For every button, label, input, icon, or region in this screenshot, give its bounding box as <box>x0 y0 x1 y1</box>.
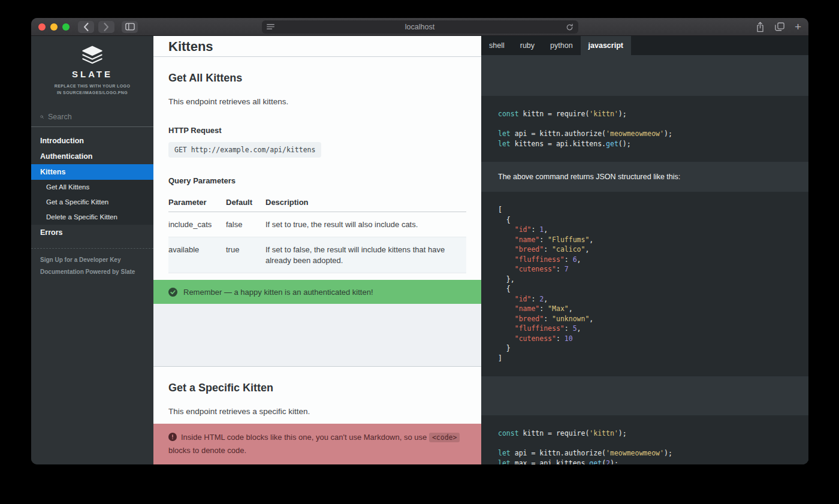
language-tabs: shell ruby python javascript <box>481 36 808 55</box>
page-title: Kittens <box>168 39 466 55</box>
cell-description: If set to true, the result will also inc… <box>265 212 466 237</box>
table-row-available: available true If set to false, the resu… <box>168 237 466 273</box>
query-parameters-table: Parameter Default Description include_ca… <box>168 193 466 274</box>
code-line: { <box>498 284 792 294</box>
close-button[interactable] <box>38 23 46 31</box>
desktop-background: localhost + <box>0 0 839 504</box>
back-button[interactable] <box>78 21 94 33</box>
warning-text-post: blocks to denote code. <box>168 446 246 455</box>
address-bar[interactable]: localhost <box>262 20 578 34</box>
code-line: let kittens = api.kittens.get(); <box>498 139 792 149</box>
chevron-left-icon <box>83 23 89 31</box>
search-input[interactable] <box>48 113 144 121</box>
refresh-icon[interactable] <box>566 23 574 31</box>
code-line: }, <box>498 274 792 285</box>
cell-default: true <box>226 237 265 273</box>
section-get-a-specific-kitten: Get a Specific Kitten This endpoint retr… <box>153 367 481 424</box>
heading-get-a-specific-kitten: Get a Specific Kitten <box>168 382 466 394</box>
forward-button[interactable] <box>98 21 114 33</box>
warning-callout: Inside HTML code blocks like this one, y… <box>153 424 481 464</box>
heading-get-all-kittens: Get All Kittens <box>168 72 466 84</box>
examples-spacer <box>481 55 808 96</box>
powered-by-slate-link[interactable]: Documentation Powered by Slate <box>40 268 144 275</box>
logo-title: SLATE <box>31 69 153 79</box>
code-line <box>498 119 792 129</box>
code-examples-panel: shell ruby python javascript const kittn… <box>481 36 808 464</box>
sidebar-subitem-get-all-kittens[interactable]: Get All Kittens <box>31 180 153 195</box>
check-circle-icon <box>168 288 177 297</box>
code-line: "fluffiness": 6, <box>498 255 792 265</box>
sidebar-item-authentication[interactable]: Authentication <box>31 149 153 164</box>
browser-window: localhost + <box>31 18 808 464</box>
sidebar-item-kittens[interactable]: Kittens <box>31 164 153 180</box>
tabs-overview-button[interactable] <box>775 22 784 31</box>
cell-parameter: available <box>168 237 226 273</box>
sidebar-footer: Sign Up for a Developer Key Documentatio… <box>31 249 153 288</box>
logo-caption-line2: IN SOURCE/IMAGES/LOGO.PNG <box>31 90 153 96</box>
code-line: "name": "Fluffums", <box>498 235 792 245</box>
code-line: "name": "Max", <box>498 304 792 314</box>
table-of-contents: Introduction Authentication Kittens Get … <box>31 133 153 240</box>
code-line: ] <box>498 354 792 364</box>
code-line: "breed": "unknown", <box>498 314 792 324</box>
tab-javascript[interactable]: javascript <box>581 36 631 55</box>
sidebar-subitems-kittens: Get All Kittens Get a Specific Kitten De… <box>31 180 153 225</box>
sidebar-icon <box>125 23 135 31</box>
table-row-include-cats: include_cats false If set to true, the r… <box>168 212 466 237</box>
endpoint-code: GET http://example.com/api/kittens <box>168 142 321 158</box>
new-tab-button[interactable]: + <box>795 21 801 32</box>
section-get-all-kittens: Get All Kittens This endpoint retrieves … <box>153 57 481 280</box>
chevron-right-icon <box>104 23 109 31</box>
sidebar-item-introduction[interactable]: Introduction <box>31 133 153 149</box>
section-gap <box>153 304 481 366</box>
warning-inline-code: <code> <box>429 433 460 442</box>
minimize-button[interactable] <box>50 23 58 31</box>
code-sample-get-specific-kitten: const kittn = require('kittn'); let api … <box>481 415 808 464</box>
slate-logo: SLATE REPLACE THIS WITH YOUR LOGO IN SOU… <box>31 36 153 96</box>
get-all-description: This endpoint retrieves all kittens. <box>168 97 466 106</box>
sidebar-item-errors[interactable]: Errors <box>31 225 153 240</box>
cell-parameter: include_cats <box>168 212 226 237</box>
zoom-button[interactable] <box>62 23 70 31</box>
logo-caption-line1: REPLACE THIS WITH YOUR LOGO <box>31 83 153 90</box>
code-line <box>498 439 792 449</box>
examples-spacer <box>481 376 808 415</box>
share-button[interactable] <box>756 22 765 32</box>
slate-docs-app: SLATE REPLACE THIS WITH YOUR LOGO IN SOU… <box>31 36 808 464</box>
window-controls <box>38 23 70 31</box>
get-specific-description: This endpoint retrieves a specific kitte… <box>168 407 466 416</box>
code-line: let api = kittn.authorize('meowmeowmeow'… <box>498 448 792 458</box>
slate-layers-icon <box>81 46 104 65</box>
tab-python[interactable]: python <box>542 36 581 55</box>
url-text: localhost <box>274 23 566 31</box>
code-line: "cuteness": 10 <box>498 334 792 344</box>
code-line: } <box>498 343 792 354</box>
sidebar-subitem-delete-a-specific-kitten[interactable]: Delete a Specific Kitten <box>31 210 153 225</box>
table-header-description: Description <box>265 193 466 212</box>
tab-shell[interactable]: shell <box>481 36 512 55</box>
share-icon <box>756 22 765 32</box>
cell-default: false <box>226 212 265 237</box>
sidebar: SLATE REPLACE THIS WITH YOUR LOGO IN SOU… <box>31 36 153 464</box>
table-header-row: Parameter Default Description <box>168 193 466 212</box>
signup-developer-key-link[interactable]: Sign Up for a Developer Key <box>40 256 144 263</box>
code-sample-json-response: [ { "id": 1, "name": "Fluffums", "breed"… <box>481 192 808 376</box>
exclamation-circle-icon <box>168 433 177 445</box>
docs-content: Kittens Get All Kittens This endpoint re… <box>153 36 481 464</box>
code-line: "fluffiness": 5, <box>498 324 792 334</box>
sidebar-subitem-get-a-specific-kitten[interactable]: Get a Specific Kitten <box>31 195 153 210</box>
table-header-parameter: Parameter <box>168 193 226 212</box>
code-line: const kittn = require('kittn'); <box>498 109 792 119</box>
code-line: { <box>498 215 792 225</box>
http-request-heading: HTTP Request <box>168 126 466 135</box>
reader-view-icon[interactable] <box>267 24 274 31</box>
code-line: let api = kittn.authorize('meowmeowmeow'… <box>498 129 792 139</box>
success-callout-text: Remember — a happy kitten is an authenti… <box>183 288 373 297</box>
code-line: const kittn = require('kittn'); <box>498 428 792 439</box>
search-box[interactable] <box>31 110 153 127</box>
code-line: [ <box>498 205 792 215</box>
tab-ruby[interactable]: ruby <box>512 36 542 55</box>
code-line: "breed": "calico", <box>498 245 792 255</box>
sidebar-toggle-button[interactable] <box>122 21 138 33</box>
cell-description: If set to false, the result will include… <box>265 237 466 273</box>
